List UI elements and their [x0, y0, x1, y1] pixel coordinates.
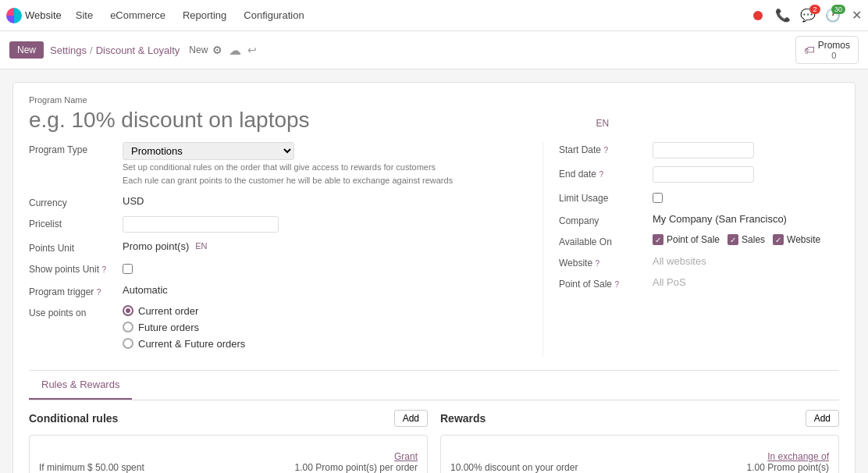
save-cloud-button[interactable]: ☁: [229, 43, 241, 58]
radio-current-future-icon: [123, 338, 133, 349]
new-button[interactable]: New: [9, 41, 44, 59]
radio-current-order-icon: [123, 305, 133, 316]
exchange-link[interactable]: In exchange of: [747, 451, 829, 462]
menu-reporting[interactable]: Reporting: [175, 5, 234, 26]
website-help-icon: ?: [595, 259, 599, 268]
available-on-options: ✓ Point of Sale ✓ Sales ✓ Website: [653, 234, 839, 245]
undo-button[interactable]: ↩: [247, 44, 257, 56]
available-website[interactable]: ✓ Website: [773, 234, 820, 245]
points-unit-en[interactable]: EN: [195, 241, 207, 251]
points-unit-row: Points Unit Promo point(s) EN: [29, 240, 542, 254]
program-trigger-label: Program trigger ?: [29, 284, 123, 297]
radio-future-orders-icon: [123, 322, 133, 333]
limit-usage-label: Limit Usage: [559, 190, 653, 204]
navbar-icons: 📞 💬 2 🕐 30 ✕: [749, 6, 862, 25]
radio-future-orders-label: Future orders: [138, 322, 199, 333]
grant-detail: 1.00 Promo point(s) per order: [295, 462, 418, 473]
start-date-input[interactable]: [653, 142, 754, 158]
end-date-label: End date ?: [559, 166, 653, 180]
chat-icon[interactable]: 💬 2: [799, 6, 817, 25]
logo-icon: [6, 8, 22, 23]
program-type-row: Program Type Promotions Set up condition…: [29, 142, 542, 187]
phone-icon[interactable]: 📞: [774, 6, 792, 25]
rule-item-right: Grant 1.00 Promo point(s) per order: [295, 451, 418, 473]
limit-usage-input[interactable]: [653, 193, 663, 203]
end-date-input[interactable]: [653, 166, 754, 183]
program-type-desc1: Set up conditional rules on the order th…: [123, 162, 542, 173]
rewards-title: Rewards: [440, 412, 486, 425]
radio-future-orders[interactable]: Future orders: [123, 322, 542, 333]
available-sales[interactable]: ✓ Sales: [727, 234, 765, 245]
program-type-label: Program Type: [29, 142, 123, 155]
start-date-help-icon: ?: [603, 146, 608, 155]
close-icon[interactable]: ✕: [852, 8, 862, 23]
points-unit-value: Promo point(s) EN: [123, 240, 542, 252]
radio-current-future-label: Current & Future orders: [138, 338, 245, 350]
show-points-input[interactable]: [123, 264, 133, 274]
rule-item: If minimum $ 50.00 spent Grant 1.00 Prom…: [29, 435, 428, 473]
reward-item: 10.00% discount on your order In exchang…: [440, 435, 839, 473]
start-date-label: Start Date ?: [559, 142, 653, 155]
breadcrumb-parent[interactable]: Settings: [50, 44, 87, 56]
show-points-unit-label: Show points Unit ?: [29, 261, 123, 275]
program-type-select[interactable]: Promotions: [123, 142, 294, 160]
breadcrumb-separator: /: [90, 44, 93, 56]
breadcrumb-current: Discount & Loyalty: [96, 44, 180, 56]
sales-checkbox-icon: ✓: [727, 234, 738, 245]
limit-usage-row: Limit Usage: [559, 190, 839, 205]
use-points-row: Use points on Current order Future order…: [29, 305, 542, 350]
available-on-label: Available On: [559, 234, 653, 247]
sales-label: Sales: [742, 234, 765, 245]
program-trigger-row: Program trigger ? Automatic: [29, 284, 542, 297]
end-date-value: [653, 166, 839, 183]
radio-current-future-orders[interactable]: Current & Future orders: [123, 338, 542, 350]
points-unit-text: Promo point(s): [123, 240, 189, 252]
conditional-rules-title: Conditional rules: [29, 412, 118, 425]
company-value: My Company (San Francisco): [653, 213, 839, 225]
pricelist-input[interactable]: [123, 216, 279, 233]
menu-site[interactable]: Site: [68, 5, 101, 26]
add-rewards-button[interactable]: Add: [806, 410, 839, 427]
form-left: Program Type Promotions Set up condition…: [29, 142, 542, 357]
gear-icon[interactable]: ⚙: [212, 44, 222, 56]
limit-usage-checkbox: [653, 190, 839, 205]
radio-current-order[interactable]: Current order: [123, 305, 542, 317]
sub-new-label: New: [189, 44, 208, 55]
menu-configuration[interactable]: Configuration: [236, 5, 311, 26]
reward-description: 10.00% discount on your order: [450, 462, 578, 473]
tabs: Rules & Rewards: [29, 371, 839, 400]
clock-icon[interactable]: 🕐 30: [824, 6, 842, 25]
tag-icon: 🏷: [804, 44, 815, 56]
menu-ecommerce[interactable]: eCommerce: [102, 5, 173, 26]
red-dot-icon[interactable]: [749, 6, 767, 25]
en-badge[interactable]: EN: [596, 118, 610, 129]
action-bar: New Settings / Discount & Loyalty New ⚙ …: [0, 31, 868, 69]
company-label: Company: [559, 213, 653, 226]
program-name-section: Program Name EN: [29, 95, 839, 133]
promos-button[interactable]: 🏷 Promos 0: [795, 36, 859, 64]
form-card: Program Name EN Program Type Promotions …: [12, 82, 856, 473]
form-body: Program Type Promotions Set up condition…: [29, 142, 839, 357]
website-option-label: Website: [787, 234, 820, 245]
tabs-section: Rules & Rewards Conditional rules Add If…: [29, 370, 839, 473]
add-rules-button[interactable]: Add: [394, 410, 428, 427]
rewards-col: Rewards Add 10.00% discount on your orde…: [440, 410, 839, 473]
pos-help-icon: ?: [614, 280, 619, 289]
trigger-help-icon: ?: [97, 288, 101, 297]
action-sub: New ⚙: [189, 44, 222, 56]
use-points-label: Use points on: [29, 305, 123, 318]
pricelist-row: Pricelist: [29, 216, 542, 233]
available-pos[interactable]: ✓ Point of Sale: [653, 234, 720, 245]
navbar-logo: Website: [6, 8, 62, 23]
currency-label: Currency: [29, 195, 123, 208]
promos-label: Promos: [818, 40, 850, 51]
program-name-input[interactable]: [29, 108, 596, 133]
grant-link[interactable]: Grant: [295, 451, 418, 462]
point-of-sale-value: All PoS: [653, 276, 839, 288]
brand-label: Website: [25, 9, 62, 21]
point-of-sale-row: Point of Sale ? All PoS: [559, 276, 839, 290]
program-type-desc2: Each rule can grant points to the custom…: [123, 175, 542, 187]
tab-rules-rewards[interactable]: Rules & Rewards: [29, 371, 132, 400]
use-points-options: Current order Future orders Current & Fu…: [123, 305, 542, 350]
pricelist-value[interactable]: [123, 216, 542, 233]
